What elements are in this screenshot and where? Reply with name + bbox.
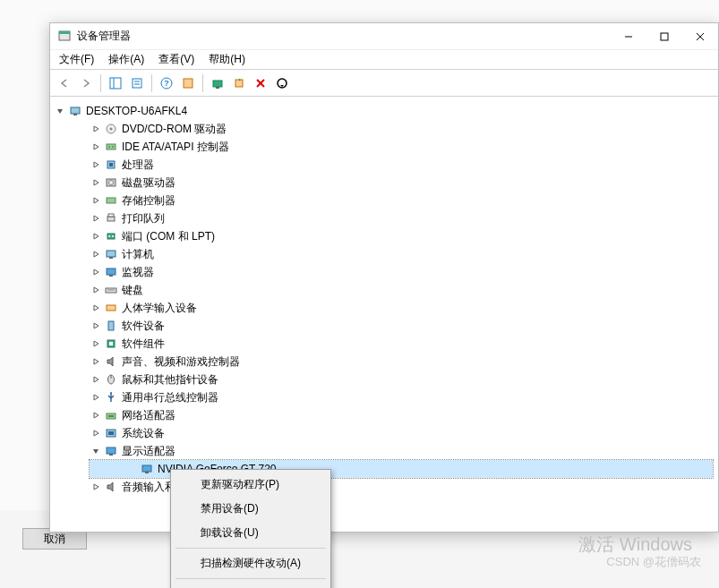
- expander-icon[interactable]: [90, 427, 102, 439]
- expander-icon[interactable]: [90, 373, 102, 386]
- device-manager-window: 设备管理器 文件(F) 操作(A) 查看(V) 帮助(H) ?: [49, 22, 719, 533]
- expander-icon[interactable]: [54, 105, 66, 117]
- tree-node[interactable]: 人体学输入设备: [72, 299, 713, 317]
- menu-action[interactable]: 操作(A): [101, 50, 151, 69]
- node-label: DVD/CD-ROM 驱动器: [122, 122, 227, 137]
- close-button[interactable]: [682, 24, 718, 49]
- tree-node-audio[interactable]: 音频输入和: [72, 478, 713, 496]
- tree-node[interactable]: 键盘: [72, 281, 713, 299]
- expander-icon[interactable]: [90, 302, 102, 314]
- svg-rect-28: [109, 163, 113, 166]
- forward-button[interactable]: [76, 73, 96, 93]
- node-label: 计算机: [122, 247, 154, 262]
- tree-node[interactable]: 网络适配器: [72, 406, 713, 424]
- node-label: 键盘: [122, 283, 143, 298]
- svg-rect-43: [107, 305, 116, 311]
- svg-rect-16: [235, 80, 243, 87]
- expander-icon[interactable]: [90, 320, 102, 332]
- tree-node[interactable]: 磁盘驱动器: [72, 174, 713, 192]
- svg-rect-14: [213, 81, 222, 87]
- menu-file[interactable]: 文件(F): [52, 50, 101, 69]
- svg-point-30: [109, 181, 114, 185]
- svg-rect-55: [109, 454, 113, 456]
- expander-icon[interactable]: [90, 266, 102, 278]
- tree-node[interactable]: 存储控制器: [72, 192, 713, 209]
- expander-icon[interactable]: [90, 158, 102, 171]
- system-icon: [104, 426, 118, 440]
- maximize-button[interactable]: [646, 24, 682, 49]
- svg-rect-38: [109, 257, 113, 259]
- view-button[interactable]: [178, 73, 198, 93]
- node-label: 软件设备: [122, 319, 165, 334]
- expander-icon[interactable]: [90, 391, 102, 404]
- csdn-watermark: CSDN @花僧码农: [606, 554, 701, 570]
- svg-rect-13: [184, 79, 193, 88]
- svg-rect-54: [107, 447, 116, 454]
- tree-node[interactable]: IDE ATA/ATAPI 控制器: [72, 138, 713, 156]
- menu-properties[interactable]: 属性(R): [174, 582, 328, 588]
- tree-node[interactable]: 打印队列: [72, 209, 713, 227]
- expander-icon[interactable]: [90, 176, 102, 189]
- menu-update-driver[interactable]: 更新驱动程序(P): [174, 473, 328, 497]
- svg-rect-32: [107, 217, 115, 221]
- svg-rect-39: [107, 268, 116, 275]
- svg-rect-1: [59, 31, 70, 34]
- disc-icon: [104, 122, 118, 136]
- expander-icon[interactable]: [90, 481, 102, 493]
- svg-rect-33: [108, 214, 114, 217]
- tree-node[interactable]: 声音、视频和游戏控制器: [72, 353, 713, 371]
- expander-icon[interactable]: [90, 194, 102, 207]
- expander-icon[interactable]: [90, 141, 102, 153]
- expander-icon[interactable]: [90, 409, 102, 422]
- help-button[interactable]: ?: [157, 73, 176, 93]
- storage-icon: [104, 193, 118, 208]
- update-driver-button[interactable]: [229, 73, 249, 93]
- menu-view[interactable]: 查看(V): [151, 50, 201, 69]
- menu-scan-hardware[interactable]: 扫描检测硬件改动(A): [174, 551, 328, 575]
- svg-point-25: [108, 146, 110, 148]
- expander-icon[interactable]: [90, 212, 102, 225]
- tree-node[interactable]: 系统设备: [72, 424, 713, 442]
- menu-disable-device[interactable]: 禁用设备(D): [174, 497, 328, 521]
- svg-rect-8: [133, 79, 141, 88]
- tree-node[interactable]: 端口 (COM 和 LPT): [72, 227, 713, 245]
- menu-uninstall-device[interactable]: 卸载设备(U): [174, 521, 328, 545]
- svg-rect-44: [108, 321, 114, 330]
- expander-icon[interactable]: [90, 230, 102, 243]
- scan-hardware-button[interactable]: [208, 73, 227, 93]
- toolbar: ?: [50, 70, 718, 97]
- svg-point-36: [112, 235, 114, 237]
- uninstall-button[interactable]: [251, 73, 270, 93]
- back-button[interactable]: [55, 73, 74, 93]
- expander-icon[interactable]: [90, 248, 102, 260]
- expander-icon[interactable]: [90, 337, 102, 350]
- node-label: 声音、视频和游戏控制器: [122, 354, 240, 370]
- expander-icon[interactable]: [90, 284, 102, 296]
- menubar: 文件(F) 操作(A) 查看(V) 帮助(H): [50, 50, 718, 70]
- tree-node[interactable]: 软件组件: [72, 335, 713, 353]
- root-label: DESKTOP-U6AFKL4: [86, 105, 187, 117]
- expander-icon[interactable]: [90, 123, 102, 135]
- tree-node-display-adapters[interactable]: 显示适配器: [72, 442, 713, 460]
- device-tree[interactable]: DESKTOP-U6AFKL4 DVD/CD-ROM 驱动器 IDE ATA/A…: [50, 97, 718, 532]
- disable-button[interactable]: [272, 73, 292, 93]
- tree-node[interactable]: 通用串行总线控制器: [72, 388, 713, 406]
- tree-node[interactable]: 计算机: [72, 245, 713, 263]
- tree-root[interactable]: DESKTOP-U6AFKL4: [54, 102, 713, 120]
- properties-button[interactable]: [127, 73, 147, 93]
- tree-node[interactable]: 鼠标和其他指针设备: [72, 371, 713, 388]
- expander-icon[interactable]: [90, 445, 102, 457]
- ide-icon: [104, 140, 118, 154]
- minimize-button[interactable]: [611, 24, 646, 49]
- keyboard-icon: [104, 283, 118, 297]
- expander-icon[interactable]: [90, 355, 102, 368]
- tree-node[interactable]: 处理器: [72, 156, 713, 174]
- menu-help[interactable]: 帮助(H): [201, 50, 253, 69]
- tree-node[interactable]: 软件设备: [72, 317, 713, 335]
- svg-rect-40: [109, 275, 113, 277]
- node-label: 端口 (COM 和 LPT): [122, 229, 215, 244]
- node-label: 存储控制器: [122, 193, 175, 209]
- tree-node[interactable]: DVD/CD-ROM 驱动器: [72, 120, 713, 138]
- tree-node[interactable]: 监视器: [72, 263, 713, 281]
- show-hide-tree-button[interactable]: [106, 73, 125, 93]
